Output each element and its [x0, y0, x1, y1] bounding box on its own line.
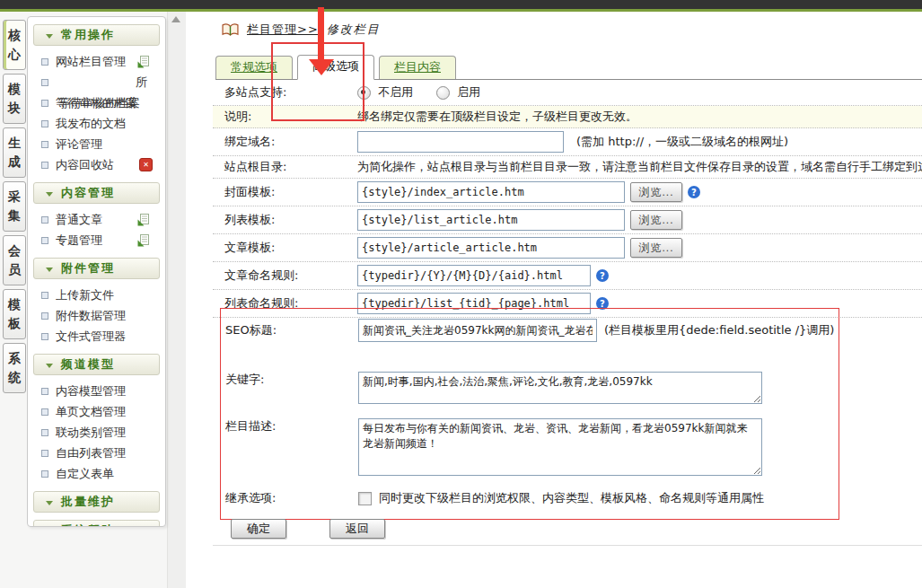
description-label: 栏目描述: — [225, 418, 358, 434]
multisite-disable-radio[interactable] — [357, 86, 371, 100]
module-tab-核心[interactable]: 核心 — [3, 20, 26, 70]
bullet-icon — [41, 141, 48, 148]
sidebar-item[interactable]: 所 — [28, 72, 165, 92]
scroll-up-icon[interactable] — [171, 16, 180, 22]
section-header[interactable]: 内容管理 — [33, 182, 160, 204]
bottom-divider — [213, 545, 922, 546]
seo-title-label: SEO标题: — [225, 322, 358, 338]
breadcrumb-parent-link[interactable]: 栏目管理>> — [247, 22, 319, 38]
bullet-icon — [41, 162, 48, 169]
form-row-cover-template: 封面模板: 浏览... ? — [213, 179, 922, 206]
inherit-text: 同时更改下级栏目的浏览权限、内容类型、模板风格、命名规则等通用属性 — [379, 490, 764, 506]
section-header[interactable]: 系统帮助 — [33, 520, 160, 527]
sidebar-item[interactable]: 联动类别管理 — [28, 422, 165, 443]
section-header[interactable]: 频道模型 — [33, 354, 160, 375]
ok-button[interactable]: 确定 — [231, 519, 286, 539]
doc-move-icon — [137, 234, 149, 247]
back-button[interactable]: 返回 — [329, 519, 385, 539]
sidebar-item-label: 评论管理 — [56, 136, 102, 152]
article-rule-label: 文章命名规则: — [224, 268, 357, 284]
bullet-icon — [41, 120, 48, 127]
sidebar-item[interactable]: 等待审核的档案等待审核的档案 — [28, 92, 165, 113]
cover-template-input[interactable] — [357, 181, 625, 203]
list-template-label: 列表模板: — [224, 212, 357, 228]
book-icon — [222, 23, 239, 37]
seo-title-input[interactable] — [358, 319, 597, 342]
sidebar-item[interactable]: 单页文档管理 — [28, 401, 165, 422]
sidebar-item[interactable]: 内容模型管理 — [28, 381, 165, 401]
list-template-input[interactable] — [357, 209, 625, 231]
tab-常规选项[interactable]: 常规选项 — [215, 56, 293, 79]
chevron-down-icon — [46, 268, 53, 272]
sidebar-item-label: 我发布的文档 — [56, 116, 126, 131]
top-bar — [0, 0, 922, 12]
bind-domain-input[interactable] — [357, 131, 564, 153]
sidebar-item-label: 自由列表管理 — [56, 445, 126, 461]
keywords-textarea[interactable]: 新闻,时事,国内,社会,法治,聚焦,评论,文化,教育,龙岩,0597kk — [358, 372, 762, 404]
siteroot-label: 站点根目录: — [224, 159, 357, 175]
module-tab-生成[interactable]: 生成 — [3, 127, 26, 178]
help-icon[interactable]: ? — [596, 269, 609, 282]
sidebar-item[interactable]: 我发布的文档 — [28, 113, 165, 134]
section-header[interactable]: 批量维护 — [33, 491, 160, 513]
sidebar-item-label: 所 — [136, 75, 158, 90]
sidebar-item[interactable]: 自定义表单 — [28, 463, 165, 484]
sidebar-item[interactable]: 自由列表管理 — [28, 443, 165, 463]
sidebar-item[interactable]: 附件数据管理 — [28, 305, 165, 326]
sidebar-item-label: 专题管理 — [56, 233, 102, 248]
inherit-label: 继承选项: — [225, 490, 358, 506]
annotation-box-seo: SEO标题: (栏目模板里用{dede:field.seotitle /}调用)… — [220, 308, 839, 520]
bullet-icon — [41, 429, 48, 436]
article-template-input[interactable] — [357, 237, 625, 259]
chevron-down-icon — [46, 501, 53, 505]
sidebar-item[interactable]: 文件式管理器 — [28, 326, 165, 347]
module-tab-采集[interactable]: 采集 — [3, 181, 26, 232]
doc-move-icon — [137, 214, 149, 226]
breadcrumb-current: 修改栏目 — [327, 22, 381, 38]
article-rule-input[interactable] — [357, 265, 591, 286]
sidebar-item[interactable]: 内容回收站✕ — [28, 154, 165, 175]
tab-栏目内容[interactable]: 栏目内容 — [379, 56, 456, 79]
module-tab-模板[interactable]: 模板 — [3, 289, 26, 339]
form-row-siteroot: 站点根目录: 为简化操作，站点根目录与当前栏目目录一致，请注意当前栏目文件保存目… — [213, 156, 922, 179]
sidebar-item[interactable]: 网站栏目管理 — [28, 51, 165, 72]
chevron-down-icon — [46, 192, 53, 197]
inherit-checkbox[interactable] — [358, 492, 372, 505]
form-rows: 多站点支持: 不启用 启用 说明: 绑名绑定仅需要在顶级栏目设定，子级栏目更改无… — [213, 80, 922, 318]
help-icon[interactable]: ? — [688, 186, 700, 198]
sidebar-item[interactable]: 专题管理 — [28, 230, 165, 250]
bullet-icon — [41, 100, 48, 107]
note-label: 说明: — [224, 109, 357, 125]
list-browse-button[interactable]: 浏览... — [630, 210, 682, 230]
bullet-icon — [41, 333, 48, 340]
tab-高级选项[interactable]: 高级选项 — [297, 55, 374, 80]
section-title: 内容管理 — [61, 185, 115, 201]
multisite-enable-radio[interactable] — [436, 86, 450, 100]
description-textarea[interactable]: 每日发布与你有关的新闻资讯、龙岩、资讯、龙岩新闻，看龙岩0597kk新闻就来龙岩… — [358, 418, 762, 476]
module-tab-会员[interactable]: 会员 — [3, 235, 26, 285]
bullet-icon — [41, 388, 48, 395]
multisite-enable-label: 启用 — [457, 84, 480, 101]
form-row-keywords: 关键字: 新闻,时事,国内,社会,法治,聚焦,评论,文化,教育,龙岩,0597k… — [221, 372, 839, 404]
sidebar-item[interactable]: 评论管理 — [28, 134, 165, 154]
chevron-down-icon — [46, 34, 53, 39]
sidebar-item[interactable]: 普通文章 — [28, 209, 165, 230]
form-row-article-template: 文章模板: 浏览... — [213, 234, 922, 262]
sidebar-menu-panel: 常用操作网站栏目管理所等待审核的档案等待审核的档案我发布的文档评论管理内容回收站… — [27, 16, 166, 527]
sidebar-item-label: 上传新文件 — [56, 287, 114, 303]
sidebar-item[interactable]: 上传新文件 — [28, 285, 165, 305]
sidebar-item-label: 自定义表单 — [56, 466, 114, 481]
form-row-note: 说明: 绑名绑定仅需要在顶级栏目设定，子级栏目更改无效。 — [213, 106, 922, 128]
sidebar-scrollbar[interactable] — [167, 12, 186, 588]
form-row-multisite: 多站点支持: 不启用 启用 — [213, 80, 922, 106]
module-tab-系统[interactable]: 系统 — [3, 343, 26, 393]
section-header[interactable]: 常用操作 — [33, 24, 160, 46]
domain-label: 绑定域名: — [224, 134, 357, 150]
section-header[interactable]: 附件管理 — [33, 258, 160, 279]
sidebar-menu: 常用操作网站栏目管理所等待审核的档案等待审核的档案我发布的文档评论管理内容回收站… — [28, 24, 165, 527]
cover-browse-button[interactable]: 浏览... — [630, 182, 682, 202]
form-row-description: 栏目描述: 每日发布与你有关的新闻资讯、龙岩、资讯、龙岩新闻，看龙岩0597kk… — [221, 418, 839, 476]
section-title: 常用操作 — [61, 27, 115, 43]
article-browse-button[interactable]: 浏览... — [630, 238, 682, 258]
module-tab-模块[interactable]: 模块 — [3, 74, 26, 124]
